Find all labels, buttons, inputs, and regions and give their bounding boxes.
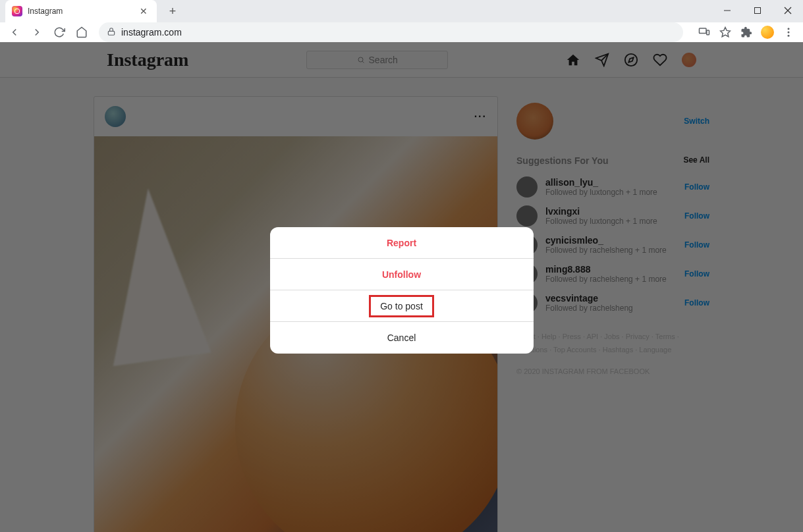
- window-close-button[interactable]: [773, 0, 803, 21]
- tab-close-icon[interactable]: ✕: [137, 6, 150, 16]
- forward-button[interactable]: [28, 23, 46, 41]
- lock-icon: [107, 27, 116, 38]
- modal-goto-post-button[interactable]: Go to post: [270, 290, 534, 322]
- svg-marker-7: [721, 28, 731, 37]
- svg-rect-4: [108, 31, 114, 35]
- back-button[interactable]: [5, 23, 24, 41]
- reload-button[interactable]: [50, 23, 69, 41]
- address-bar[interactable]: instagram.com: [99, 22, 683, 42]
- svg-rect-1: [755, 8, 761, 14]
- new-tab-button[interactable]: +: [163, 2, 182, 20]
- svg-rect-6: [707, 30, 709, 35]
- home-button[interactable]: [72, 23, 91, 41]
- window-minimize-button[interactable]: [712, 0, 742, 21]
- browser-menu-button[interactable]: [779, 23, 798, 41]
- tab-title: Instagram: [28, 7, 137, 16]
- browser-toolbar: instagram.com: [0, 22, 803, 42]
- instagram-favicon: [12, 6, 22, 16]
- highlight-annotation: Go to post: [369, 295, 434, 317]
- svg-point-8: [788, 28, 790, 30]
- extensions-icon[interactable]: [737, 23, 756, 41]
- modal-unfollow-button[interactable]: Unfollow: [270, 259, 534, 290]
- device-icon[interactable]: [695, 23, 713, 41]
- modal-report-button[interactable]: Report: [270, 227, 534, 259]
- page-content: Instagram Search ·: [0, 42, 803, 532]
- modal-cancel-button[interactable]: Cancel: [270, 322, 534, 354]
- svg-rect-5: [700, 28, 707, 34]
- browser-tab[interactable]: Instagram ✕: [5, 0, 157, 22]
- window-maximize-button[interactable]: [742, 0, 773, 21]
- post-options-modal: Report Unfollow Go to post Cancel: [270, 227, 534, 354]
- browser-titlebar: Instagram ✕ +: [0, 0, 803, 22]
- svg-point-9: [788, 32, 790, 34]
- bookmark-star-icon[interactable]: [716, 23, 734, 41]
- svg-point-10: [788, 35, 790, 37]
- extension-badge-icon[interactable]: [758, 23, 777, 41]
- url-text: instagram.com: [121, 27, 182, 38]
